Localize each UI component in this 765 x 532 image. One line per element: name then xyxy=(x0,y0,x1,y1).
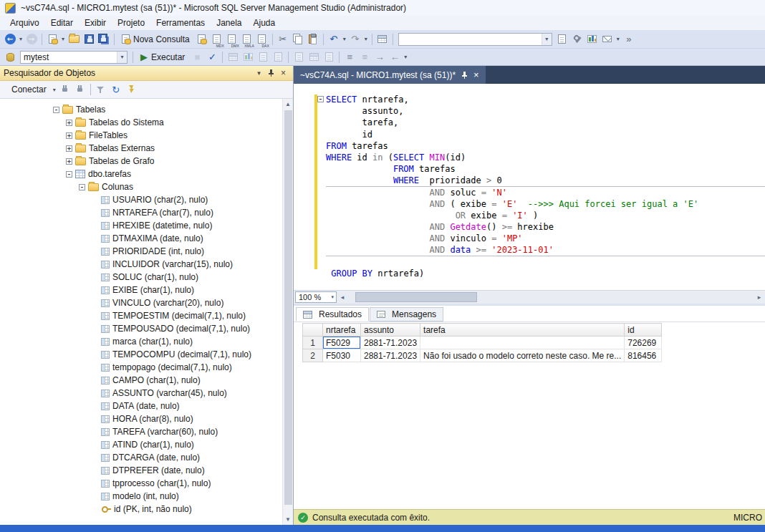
row-number-cell[interactable]: 2 xyxy=(303,349,323,362)
chevron-down-icon[interactable]: ▾ xyxy=(331,294,334,300)
bolt-icon[interactable] xyxy=(124,82,138,97)
tree-item-assunto-varchar-45-nulo[interactable]: ASSUNTO (varchar(45), nulo) xyxy=(0,387,293,400)
tree-item-tempopago-decimal-7-1-nulo[interactable]: tempopago (decimal(7,1), nulo) xyxy=(0,361,293,374)
parse-icon[interactable]: ✓ xyxy=(205,50,219,64)
grid-cell[interactable]: 2881-71.2023 xyxy=(361,349,420,362)
tree-item-tabelas-de-grafo[interactable]: +Tabelas de Grafo xyxy=(0,155,293,168)
undo-icon[interactable]: ↶ xyxy=(327,32,341,47)
scroll-thumb[interactable] xyxy=(284,110,292,505)
tree-item-tarefa-varchar-60-nulo[interactable]: TAREFA (varchar(60), nulo) xyxy=(0,425,293,438)
tree-item-tabelas[interactable]: -Tabelas xyxy=(0,103,293,116)
scroll-left-icon[interactable]: ◂ xyxy=(337,294,348,301)
grid-header-tarefa[interactable]: tarefa xyxy=(420,324,625,337)
tree-item-colunas[interactable]: -Colunas xyxy=(0,180,293,193)
results-to-text-icon[interactable] xyxy=(292,50,306,64)
nova-consulta-button[interactable]: Nova Consulta xyxy=(117,32,194,47)
new-dmx-query-icon[interactable]: DMX xyxy=(225,32,239,47)
grid-cell[interactable]: 816456 xyxy=(625,349,662,362)
tree-item-soluc-char-1-nulo[interactable]: SOLUC (char(1), nulo) xyxy=(0,271,293,284)
conectar-dropdown[interactable]: ▾ xyxy=(52,87,57,93)
code-area[interactable]: SELECT nrtarefa, assunto, tarefa, idFROM… xyxy=(326,94,765,279)
forward-button[interactable] xyxy=(24,32,39,47)
new-xmla-query-icon[interactable]: XMLA xyxy=(240,32,254,47)
outdent-icon[interactable]: ← xyxy=(388,50,402,64)
tree-expander-icon[interactable]: - xyxy=(53,107,59,113)
menu-item-ajuda[interactable]: Ajuda xyxy=(248,16,282,29)
tree-expander-icon[interactable]: + xyxy=(66,145,72,152)
executar-button[interactable]: ▶Executar xyxy=(136,50,189,64)
search-combo[interactable]: ▾ xyxy=(398,33,552,46)
connect-plug-icon[interactable] xyxy=(58,82,72,97)
tree-item-tempousado-decimal-7-1-nulo[interactable]: TEMPOUSADO (decimal(7,1), nulo) xyxy=(0,322,293,335)
row-number-cell[interactable]: 1 xyxy=(303,337,323,349)
search-combo-dropdown-icon[interactable]: ▾ xyxy=(542,34,552,45)
tree-item-nrtarefa-char-7-nulo[interactable]: NRTAREFA (char(7), nulo) xyxy=(0,206,293,219)
grid-cell[interactable]: 726269 xyxy=(625,337,662,349)
tree-item-data-date-nulo[interactable]: DATA (date, nulo) xyxy=(0,400,293,412)
hscroll-thumb[interactable] xyxy=(355,292,477,302)
tree-item-prioridade-int-nulo[interactable]: PRIORIDADE (int, nulo) xyxy=(0,245,293,258)
pin-icon[interactable] xyxy=(461,71,468,79)
tree-item-tempoestim-decimal-7-1-nulo[interactable]: TEMPOESTIM (decimal(7,1), nulo) xyxy=(0,309,293,322)
database-icon[interactable] xyxy=(3,50,17,64)
tree-item-usuario-char-2-nulo[interactable]: USUARIO (char(2), nulo) xyxy=(0,193,293,206)
redo-icon[interactable]: ↷ xyxy=(348,32,362,47)
grid-cell[interactable] xyxy=(420,337,625,349)
sql-editor[interactable]: - SELECT nrtarefa, assunto, tarefa, idFR… xyxy=(294,84,765,290)
scroll-down-icon[interactable]: ▼ xyxy=(283,516,293,523)
results-to-file-icon[interactable] xyxy=(322,50,336,64)
tree-item-dbo-tarefas[interactable]: -dbo.tarefas xyxy=(0,168,293,180)
back-history-dropdown[interactable]: ▾ xyxy=(18,36,24,42)
indent-icon[interactable]: → xyxy=(372,50,387,64)
tree-item-id-pk-int-n-o-nulo[interactable]: id (PK, int, não nulo) xyxy=(0,503,293,516)
outline-collapse-icon[interactable]: - xyxy=(317,96,324,102)
tree-item-marca-char-1-nulo[interactable]: marca (char(1), nulo) xyxy=(0,335,293,348)
mail-icon[interactable] xyxy=(600,32,615,47)
tree-item-atind-char-1-nulo[interactable]: ATIND (char(1), nulo) xyxy=(0,438,293,451)
grid-corner-cell[interactable] xyxy=(303,324,323,337)
menu-item-editar[interactable]: Editar xyxy=(45,16,79,29)
properties-icon[interactable] xyxy=(555,32,569,47)
tree-scrollbar[interactable]: ▲ ▼ xyxy=(282,99,293,525)
window-position-dropdown-icon[interactable]: ▾ xyxy=(253,69,265,77)
query-options-icon[interactable] xyxy=(256,50,270,64)
tree-expander-icon[interactable]: - xyxy=(79,184,85,190)
tree-item-hrexibe-datetime-nulo[interactable]: HREXIBE (datetime, nulo) xyxy=(0,219,293,232)
toolbar-overflow-icon[interactable]: » xyxy=(622,32,636,47)
back-button[interactable] xyxy=(3,32,17,47)
tree-item-dtprefer-date-nulo[interactable]: DTPREFER (date, nulo) xyxy=(0,464,293,477)
grid-cell[interactable]: 2881-71.2023 xyxy=(361,337,420,349)
close-icon[interactable]: × xyxy=(473,70,479,79)
tree-expander-icon[interactable]: + xyxy=(66,158,72,165)
menu-item-exibir[interactable]: Exibir xyxy=(79,16,112,29)
tree-expander-icon[interactable]: - xyxy=(66,171,72,178)
database-combo[interactable]: mytest▾ xyxy=(20,51,128,64)
new-project-icon[interactable] xyxy=(45,32,59,47)
open-file-icon[interactable] xyxy=(67,32,81,47)
tree-item-tabelas-externas[interactable]: +Tabelas Externas xyxy=(0,142,293,155)
pin-icon[interactable] xyxy=(265,69,277,77)
grid-header-id[interactable]: id xyxy=(625,324,662,337)
conectar-button[interactable]: Conectar xyxy=(4,82,51,97)
new-mdx-query-icon[interactable]: MDX xyxy=(210,32,224,47)
cancel-query-icon[interactable]: ■ xyxy=(190,50,204,64)
tree-item-tabelas-do-sistema[interactable]: +Tabelas do Sistema xyxy=(0,116,293,129)
tree-item-hora-char-8-nulo[interactable]: HORA (char(8), nulo) xyxy=(0,412,293,425)
filter-icon[interactable] xyxy=(94,82,108,97)
menu-item-janela[interactable]: Janela xyxy=(211,16,247,29)
grid-cell[interactable]: Não foi usado o modelo correto neste cas… xyxy=(420,349,625,362)
menu-item-ferramentas[interactable]: Ferramentas xyxy=(150,16,211,29)
comment-icon[interactable]: ≡ xyxy=(342,50,357,64)
document-tab[interactable]: ~vsC74A.sql - MICRO1.mytest (sa (51))* × xyxy=(294,66,486,84)
tree-item-tempocompu-decimal-7-1-nulo[interactable]: TEMPOCOMPU (decimal(7,1), nulo) xyxy=(0,348,293,361)
estimated-plan-icon[interactable] xyxy=(226,50,240,64)
tree-item-dtmaxima-date-nulo[interactable]: DTMAXIMA (date, nulo) xyxy=(0,232,293,245)
new-dax-query-icon[interactable]: DAX xyxy=(255,32,269,47)
grid-header-assunto[interactable]: assunto xyxy=(361,324,420,337)
tree-item-dtcarga-date-nulo[interactable]: DTCARGA (date, nulo) xyxy=(0,451,293,464)
tree-item-vinculo-varchar-20-nulo[interactable]: VINCULO (varchar(20), nulo) xyxy=(0,296,293,309)
tab-mensagens[interactable]: Mensagens xyxy=(370,307,443,321)
grid-cell[interactable]: F5030 xyxy=(323,349,361,362)
activity-monitor-icon[interactable] xyxy=(585,32,600,47)
wrench-icon[interactable] xyxy=(570,32,584,47)
